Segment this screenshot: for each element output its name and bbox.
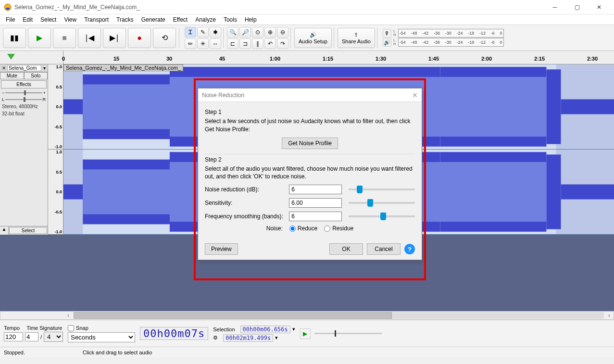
- zoom-toggle-button[interactable]: ⊖: [277, 27, 288, 38]
- reduce-radio[interactable]: Reduce: [289, 225, 317, 232]
- close-button[interactable]: ✕: [588, 0, 610, 14]
- menu-generate[interactable]: Generate: [138, 15, 169, 24]
- audio-setup-button[interactable]: 🔊 Audio Setup: [294, 28, 332, 48]
- track-rate-info: Stereo, 48000Hz: [0, 103, 48, 110]
- menu-help[interactable]: Help: [241, 15, 261, 24]
- maximize-button[interactable]: ▢: [566, 0, 588, 14]
- collapse-button[interactable]: ▲: [0, 226, 9, 235]
- menu-transport[interactable]: Transport: [80, 15, 113, 24]
- share-audio-button[interactable]: ⇪ Share Audio: [338, 28, 375, 48]
- playback-meter-icon[interactable]: 🔊: [383, 38, 391, 47]
- time-display[interactable]: 00h00m07s: [140, 327, 208, 340]
- horizontal-scrollbar[interactable]: ‹ ›: [0, 311, 614, 320]
- menu-view[interactable]: View: [60, 15, 80, 24]
- zoom-in-button[interactable]: 🔍: [227, 27, 238, 38]
- cancel-button[interactable]: Cancel: [367, 243, 401, 255]
- playback-meter[interactable]: -54-48-42-36-30-24-18-12-60: [398, 38, 504, 47]
- track-format-info: 32-bit float: [0, 110, 48, 117]
- track-close-button[interactable]: ✕: [0, 65, 7, 71]
- mute-button[interactable]: Mute: [0, 72, 24, 79]
- fit-project-button[interactable]: ⊕: [264, 27, 276, 38]
- ok-button[interactable]: OK: [329, 243, 363, 255]
- svg-rect-1: [6, 8, 10, 10]
- effects-button[interactable]: Effects: [1, 80, 47, 88]
- residue-radio[interactable]: Residue: [324, 225, 353, 232]
- play-button[interactable]: ▶: [28, 28, 51, 48]
- loop-icon: ⟲: [162, 33, 168, 42]
- timesig-denominator[interactable]: 4: [44, 332, 63, 342]
- menu-file[interactable]: File: [2, 15, 19, 24]
- gear-icon[interactable]: ⚙: [213, 335, 218, 341]
- scroll-right-button[interactable]: ›: [605, 312, 614, 319]
- record-button[interactable]: ●: [128, 28, 151, 48]
- noise-reduction-slider[interactable]: [349, 188, 415, 190]
- help-button[interactable]: ?: [404, 244, 415, 254]
- scrollbar-thumb[interactable]: [74, 312, 392, 319]
- selection-end[interactable]: 00h02m19.499s: [223, 334, 273, 342]
- timesig-numerator[interactable]: [25, 332, 38, 341]
- menu-tracks[interactable]: Tracks: [113, 15, 138, 24]
- skip-start-button[interactable]: ∣◀: [78, 28, 101, 48]
- scroll-left-button[interactable]: ‹: [64, 312, 73, 319]
- timeshift-tool[interactable]: ↔: [210, 38, 221, 49]
- sensitivity-slider[interactable]: [349, 202, 415, 204]
- sensitivity-input[interactable]: [289, 198, 342, 208]
- noise-reduction-input[interactable]: [289, 185, 342, 194]
- preview-button[interactable]: Preview: [205, 243, 238, 255]
- timeline-ruler[interactable]: 01530451:001:151:301:452:002:152:30: [0, 51, 614, 64]
- selection-start[interactable]: 00h00m06.656s: [240, 326, 290, 333]
- stop-button[interactable]: ■: [53, 28, 76, 48]
- record-meter-icon[interactable]: 🎙: [383, 29, 391, 38]
- envelope-icon: ✎: [200, 29, 205, 36]
- minimize-button[interactable]: ─: [544, 0, 566, 14]
- step1-description: Select a few seconds of just noise so Au…: [205, 117, 415, 134]
- record-meter[interactable]: -54-48-42-36-30-24-18-12-60: [398, 29, 504, 38]
- playback-speed-slider[interactable]: [314, 333, 382, 334]
- undo-button[interactable]: ↶: [264, 38, 276, 49]
- gain-slider[interactable]: −+: [2, 90, 46, 95]
- clip-title[interactable]: Selena_Gomez_-_My_Mind_Me_CeeNaija.com_: [63, 64, 183, 71]
- multi-tool[interactable]: ✱: [210, 27, 221, 38]
- loop-button[interactable]: ⟲: [153, 28, 176, 48]
- menu-effect[interactable]: Effect: [169, 15, 191, 24]
- fit-selection-button[interactable]: ⊙: [252, 27, 263, 38]
- silence-button[interactable]: ⊐: [239, 38, 251, 49]
- pencil-icon: ✏: [188, 40, 193, 47]
- snap-select[interactable]: Seconds: [68, 332, 135, 342]
- get-noise-profile-button[interactable]: Get Noise Profile: [282, 138, 338, 149]
- track-menu-button[interactable]: ▾: [41, 65, 47, 71]
- skip-start-icon: ∣◀: [85, 33, 94, 42]
- zoom-out-button[interactable]: 🔎: [239, 27, 251, 38]
- trim-button[interactable]: ⊏: [227, 38, 238, 49]
- zoom-tool[interactable]: ✳: [197, 38, 209, 49]
- noise-reduction-label: Noise reduction (dB):: [205, 186, 285, 193]
- selection-tool[interactable]: Ꮖ: [185, 27, 196, 38]
- skip-end-button[interactable]: ▶∣: [103, 28, 126, 48]
- ruler-ticks[interactable]: 01530451:001:151:301:452:002:152:30: [63, 51, 614, 64]
- dialog-close-button[interactable]: ✕: [412, 91, 418, 99]
- menu-select[interactable]: Select: [37, 15, 60, 24]
- status-hint: Click and drag to select audio: [83, 350, 152, 355]
- menu-analyze[interactable]: Analyze: [191, 15, 220, 24]
- frequency-smoothing-input[interactable]: [289, 212, 342, 221]
- menu-edit[interactable]: Edit: [19, 15, 37, 24]
- toolbar-divider: [334, 28, 336, 48]
- track-select-button[interactable]: Select: [9, 227, 47, 234]
- pause-button[interactable]: ▮▮: [3, 28, 26, 48]
- frequency-smoothing-slider[interactable]: [349, 215, 415, 217]
- draw-tool[interactable]: ✏: [185, 38, 196, 49]
- svg-rect-18: [546, 154, 561, 229]
- sync-lock-button[interactable]: ∥: [252, 38, 263, 49]
- solo-button[interactable]: Solo: [24, 72, 48, 79]
- play-at-speed-button[interactable]: ▶: [300, 328, 311, 339]
- redo-button[interactable]: ↷: [277, 38, 288, 49]
- envelope-tool[interactable]: ✎: [197, 27, 209, 38]
- ruler-tick: 1:45: [428, 56, 439, 62]
- tempo-input[interactable]: [4, 332, 23, 341]
- menu-tools[interactable]: Tools: [220, 15, 241, 24]
- timesig-label: Time Signature: [26, 325, 62, 331]
- selection-label: Selection: [213, 326, 235, 332]
- snap-checkbox[interactable]: [68, 325, 74, 331]
- track-name[interactable]: Selena_Gom: [7, 65, 41, 71]
- pan-slider[interactable]: LR: [2, 97, 46, 102]
